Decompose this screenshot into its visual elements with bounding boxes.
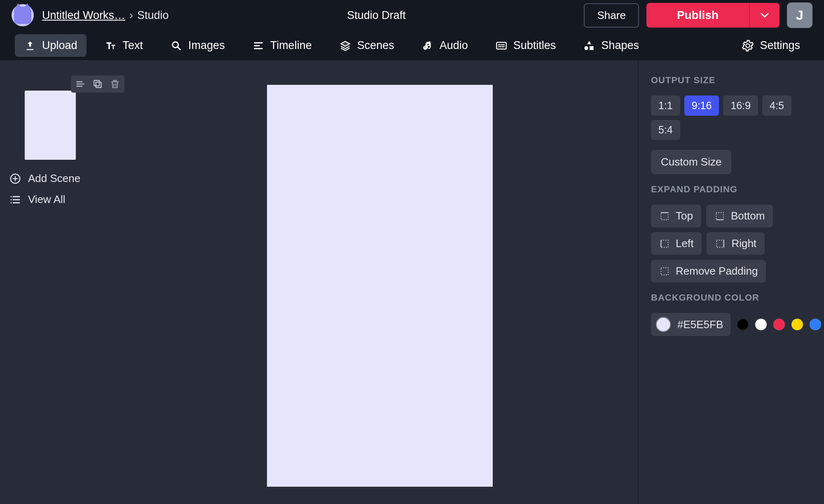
pad-remove-label: Remove Padding xyxy=(676,265,758,278)
canvas[interactable] xyxy=(267,85,493,487)
ratio-5-4[interactable]: 5:4 xyxy=(651,120,680,140)
cat-icon xyxy=(14,7,31,24)
pad-top-button[interactable]: Top xyxy=(651,205,701,227)
toolbar: Upload Text Images Timeline Scenes Audio xyxy=(0,30,824,60)
toolbar-scenes[interactable]: Scenes xyxy=(330,34,403,57)
shapes-icon xyxy=(583,40,595,52)
svg-rect-2 xyxy=(496,42,506,49)
pad-bottom-button[interactable]: Bottom xyxy=(706,205,773,227)
scene-actions xyxy=(71,75,124,93)
top-bar: Untitled Works… › Studio Studio Draft Sh… xyxy=(0,0,824,30)
breadcrumb-current: Studio xyxy=(137,9,169,22)
ratio-9-16[interactable]: 9:16 xyxy=(684,96,719,116)
pad-left-label: Left xyxy=(676,237,693,250)
pad-remove-button[interactable]: Remove Padding xyxy=(651,260,766,282)
share-button[interactable]: Share xyxy=(584,3,639,28)
toolbar-label: Upload xyxy=(42,39,77,52)
add-scene-button[interactable]: Add Scene xyxy=(9,172,114,185)
svg-rect-4 xyxy=(590,46,594,50)
toolbar-audio[interactable]: Audio xyxy=(412,34,477,57)
scene-thumbnail[interactable] xyxy=(25,91,76,160)
current-color-swatch xyxy=(656,317,671,332)
pad-right-icon xyxy=(715,238,726,249)
workspace-icon[interactable] xyxy=(12,4,34,26)
toolbar-label: Scenes xyxy=(357,39,394,52)
scene-thumbnail-card[interactable] xyxy=(25,76,114,160)
swatch-white[interactable] xyxy=(755,319,767,330)
pad-left-button[interactable]: Left xyxy=(651,232,702,255)
ratio-1-1[interactable]: 1:1 xyxy=(651,96,680,116)
toolbar-settings[interactable]: Settings xyxy=(733,34,809,57)
background-color-value: #E5E5FB xyxy=(677,318,723,331)
svg-rect-11 xyxy=(717,240,724,247)
pad-right-label: Right xyxy=(731,237,756,250)
toolbar-label: Timeline xyxy=(270,39,312,52)
view-all-label: View All xyxy=(28,193,66,206)
background-color-label: BACKGROUND COLOR xyxy=(651,292,812,303)
toolbar-label: Shapes xyxy=(601,39,639,52)
pad-bottom-label: Bottom xyxy=(731,210,765,222)
toolbar-upload[interactable]: Upload xyxy=(15,34,87,57)
pad-bottom-icon xyxy=(714,211,725,222)
view-all-button[interactable]: View All xyxy=(9,193,114,206)
expand-padding-label: EXPAND PADDING xyxy=(651,184,812,195)
toolbar-label: Text xyxy=(123,39,143,52)
scenes-panel: Add Scene View All xyxy=(0,60,122,504)
properties-panel: OUTPUT SIZE 1:1 9:16 16:9 4:5 5:4 Custom… xyxy=(638,60,824,504)
svg-rect-6 xyxy=(94,80,99,86)
toolbar-subtitles[interactable]: Subtitles xyxy=(486,34,565,57)
ratio-16-9[interactable]: 16:9 xyxy=(723,96,758,116)
subtitles-icon xyxy=(495,40,508,52)
scene-reorder-button[interactable] xyxy=(74,78,87,90)
scene-delete-button[interactable] xyxy=(109,78,121,90)
svg-point-1 xyxy=(424,47,427,50)
publish-group: Publish xyxy=(646,3,780,28)
publish-button[interactable]: Publish xyxy=(646,3,749,28)
add-scene-label: Add Scene xyxy=(28,172,80,185)
pad-left-icon xyxy=(659,238,670,249)
svg-rect-5 xyxy=(96,82,101,88)
padding-controls: Top Bottom Left Right Remove Padding xyxy=(651,205,812,282)
pad-top-icon xyxy=(659,211,670,222)
pad-right-button[interactable]: Right xyxy=(707,232,765,255)
swatch-yellow[interactable] xyxy=(791,319,803,330)
ratio-4-5[interactable]: 4:5 xyxy=(762,96,791,116)
plus-circle-icon xyxy=(9,173,21,185)
toolbar-images[interactable]: Images xyxy=(161,34,234,57)
swatch-red[interactable] xyxy=(773,319,785,330)
canvas-area xyxy=(122,60,638,504)
svg-rect-8 xyxy=(661,212,668,219)
aspect-ratio-row: 1:1 9:16 16:9 4:5 5:4 xyxy=(651,96,812,140)
list-icon xyxy=(9,194,21,206)
page-title: Studio Draft xyxy=(177,9,576,22)
swatch-black[interactable] xyxy=(737,319,749,330)
svg-rect-9 xyxy=(716,212,723,219)
upload-icon xyxy=(24,40,36,52)
custom-size-button[interactable]: Custom Size xyxy=(651,150,731,174)
publish-dropdown-button[interactable] xyxy=(749,3,780,28)
toolbar-text[interactable]: Text xyxy=(96,34,152,57)
main-area: Add Scene View All OUTPUT SIZE 1:1 9:16 … xyxy=(0,60,824,504)
toolbar-shapes[interactable]: Shapes xyxy=(574,34,648,57)
toolbar-timeline[interactable]: Timeline xyxy=(243,34,321,57)
toolbar-label: Settings xyxy=(760,39,800,52)
user-avatar[interactable]: J xyxy=(787,2,812,28)
background-color-chip[interactable]: #E5E5FB xyxy=(651,313,730,336)
output-size-label: OUTPUT SIZE xyxy=(651,75,812,86)
pad-remove-icon xyxy=(659,266,670,277)
svg-rect-10 xyxy=(661,240,668,247)
workspace-name-link[interactable]: Untitled Works… xyxy=(42,9,125,22)
layers-icon xyxy=(339,40,351,52)
breadcrumb-separator: › xyxy=(129,9,133,22)
swatch-blue[interactable] xyxy=(810,319,821,330)
top-right-actions: Share Publish J xyxy=(584,2,812,28)
svg-point-3 xyxy=(585,46,588,50)
pad-top-label: Top xyxy=(676,210,693,222)
toolbar-label: Audio xyxy=(440,39,468,52)
gear-icon xyxy=(742,40,754,52)
svg-rect-12 xyxy=(661,268,668,275)
scene-duplicate-button[interactable] xyxy=(91,78,104,90)
breadcrumb: Untitled Works… › Studio xyxy=(42,9,169,22)
audio-icon xyxy=(421,40,434,52)
toolbar-label: Images xyxy=(188,39,225,52)
